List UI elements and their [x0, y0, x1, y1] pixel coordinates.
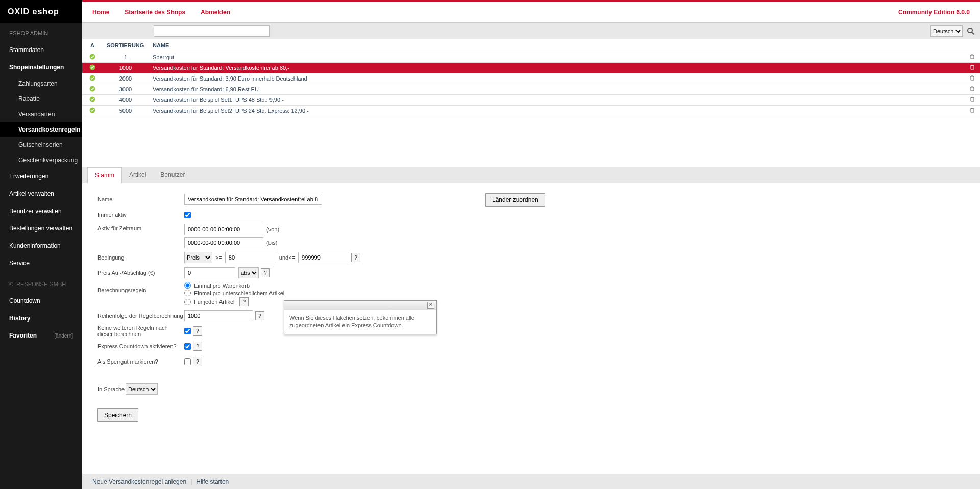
sidebar-zahlungsarten[interactable]: Zahlungsarten — [0, 76, 82, 91]
sidebar-versandkostenregeln[interactable]: Versandkostenregeln — [0, 122, 82, 137]
tabs: Stamm Artikel Benutzer — [82, 167, 980, 183]
language-select[interactable]: Deutsch — [930, 25, 963, 37]
select-condition-type[interactable]: Preis — [184, 252, 212, 263]
help-express-countdown[interactable]: ? — [193, 342, 202, 351]
checkbox-sperrgut[interactable] — [184, 358, 191, 365]
label-from: (von) — [266, 226, 279, 233]
input-condition-to[interactable] — [298, 252, 349, 263]
sidebar-benutzer-verwalten[interactable]: Benutzer verwalten — [0, 202, 82, 220]
input-active-to[interactable] — [184, 237, 263, 248]
radio-per-unique-article[interactable] — [184, 290, 191, 296]
label-condition: Bedingung — [97, 254, 184, 261]
col-name[interactable]: NAME — [149, 39, 965, 52]
cell-sort: 5000 — [103, 106, 149, 116]
input-condition-from[interactable] — [225, 252, 276, 263]
table-row[interactable]: 5000Versandkosten für Beispiel Set2: UPS… — [82, 106, 980, 116]
help-condition[interactable]: ? — [351, 253, 360, 262]
tooltip-text: Wenn Sie dieses Häkchen setzen, bekommen… — [284, 310, 436, 334]
cell-name: Sperrgut — [149, 52, 965, 63]
active-icon — [89, 86, 95, 92]
table-row[interactable]: 3000Versandkosten für Standard: 6,90 Res… — [82, 84, 980, 95]
checkbox-express-countdown[interactable] — [184, 343, 191, 350]
cell-name: Versandkosten für Beispiel Set1: UPS 48 … — [149, 95, 965, 106]
sidebar-artikel-verwalten[interactable]: Artikel verwalten — [0, 185, 82, 202]
sidebar-erweiterungen[interactable]: Erweiterungen — [0, 168, 82, 185]
help-order[interactable]: ? — [255, 311, 264, 320]
label-calc-rules: Berechnungsregeln — [97, 282, 184, 293]
svg-point-0 — [968, 28, 972, 33]
help-start-link[interactable]: Hilfe starten — [196, 478, 229, 485]
help-surcharge[interactable]: ? — [261, 268, 270, 277]
assign-countries-button[interactable]: Länder zuordnen — [485, 193, 545, 207]
input-order[interactable] — [184, 310, 253, 321]
table-row[interactable]: 2000Versandkosten für Standard: 3,90 Eur… — [82, 73, 980, 84]
rules-table: A SORTIERUNG NAME 1Sperrgut1000Versandko… — [82, 39, 980, 116]
sidebar-history[interactable]: History — [0, 310, 82, 327]
sidebar-gutscheinserien[interactable]: Gutscheinserien — [0, 137, 82, 152]
label-active-period: Aktiv für Zeitraum — [97, 224, 184, 231]
nav-shop-start[interactable]: Startseite des Shops — [125, 9, 185, 16]
delete-icon[interactable] — [969, 97, 975, 104]
active-icon — [89, 64, 95, 70]
cell-sort: 1 — [103, 52, 149, 63]
select-surcharge-unit[interactable]: abs — [238, 267, 259, 278]
active-icon — [89, 75, 95, 81]
input-name[interactable] — [184, 194, 322, 205]
nav-home[interactable]: Home — [92, 9, 109, 16]
delete-icon[interactable] — [969, 65, 975, 71]
table-row[interactable]: 4000Versandkosten für Beispiel Set1: UPS… — [82, 95, 980, 106]
new-rule-link[interactable]: Neue Versandkostenregel anlegen — [92, 478, 186, 485]
cell-sort: 2000 — [103, 73, 149, 84]
radio-per-cart[interactable] — [184, 282, 191, 289]
sidebar-kundeninformation[interactable]: Kundeninformation — [0, 237, 82, 254]
save-button[interactable]: Speichern — [97, 408, 138, 422]
checkbox-always-active[interactable] — [184, 212, 191, 218]
table-row[interactable]: 1Sperrgut — [82, 52, 980, 63]
sidebar-geschenkverpackung[interactable]: Geschenkverpackung — [0, 152, 82, 168]
footer: Neue Versandkostenregel anlegen | Hilfe … — [82, 474, 980, 489]
help-calc[interactable]: ? — [239, 297, 249, 306]
sidebar-versandarten[interactable]: Versandarten — [0, 107, 82, 122]
filter-name-input[interactable] — [154, 25, 270, 37]
checkbox-no-further[interactable] — [184, 328, 191, 334]
logo[interactable]: OXID eshop — [0, 0, 82, 23]
cell-sort: 4000 — [103, 95, 149, 106]
sidebar-countdown[interactable]: Countdown — [0, 292, 82, 310]
table-row[interactable]: 1000Versandkosten für Standard: Versandk… — [82, 63, 980, 73]
tab-stamm[interactable]: Stamm — [87, 167, 122, 183]
cell-name: Versandkosten für Beispiel Set2: UPS 24 … — [149, 106, 965, 116]
cell-name: Versandkosten für Standard: Versandkoste… — [149, 63, 965, 73]
sidebar-header: ESHOP ADMIN — [0, 23, 82, 41]
help-sperrgut[interactable]: ? — [193, 357, 202, 366]
col-active[interactable]: A — [82, 39, 103, 52]
tab-artikel[interactable]: Artikel — [122, 167, 153, 183]
active-icon — [89, 96, 95, 102]
cell-name: Versandkosten für Standard: 6,90 Rest EU — [149, 84, 965, 95]
radio-per-article[interactable] — [184, 299, 191, 305]
svg-line-1 — [972, 32, 974, 34]
input-active-from[interactable] — [184, 224, 263, 235]
delete-icon[interactable] — [969, 55, 975, 61]
delete-icon[interactable] — [969, 76, 975, 82]
sidebar-rabatte[interactable]: Rabatte — [0, 91, 82, 107]
tooltip-close-button[interactable]: ✕ — [427, 302, 434, 309]
label-always-active: Immer aktiv — [97, 212, 184, 218]
label-sperrgut: Als Sperrgut markieren? — [97, 358, 184, 365]
cell-sort: 3000 — [103, 84, 149, 95]
delete-icon[interactable] — [969, 108, 975, 114]
tab-benutzer[interactable]: Benutzer — [153, 167, 192, 183]
delete-icon[interactable] — [969, 87, 975, 93]
select-language[interactable]: Deutsch — [126, 383, 158, 395]
nav-logout[interactable]: Abmelden — [201, 9, 230, 16]
sidebar-stammdaten[interactable]: Stammdaten — [0, 41, 82, 59]
sidebar-shopeinstellungen[interactable]: Shopeinstellungen — [0, 59, 82, 76]
sidebar-bestellungen-verwalten[interactable]: Bestellungen verwalten — [0, 220, 82, 237]
sidebar-favoriten[interactable]: Favoriten — [9, 332, 37, 339]
sidebar-service[interactable]: Service — [0, 254, 82, 272]
input-surcharge[interactable] — [184, 267, 235, 278]
label-surcharge: Preis Auf-/Abschlag (€) — [97, 270, 184, 276]
search-icon[interactable] — [967, 27, 975, 35]
col-sort[interactable]: SORTIERUNG — [103, 39, 149, 52]
help-no-further[interactable]: ? — [193, 326, 202, 336]
fav-edit-link[interactable]: [ändern] — [54, 333, 73, 339]
